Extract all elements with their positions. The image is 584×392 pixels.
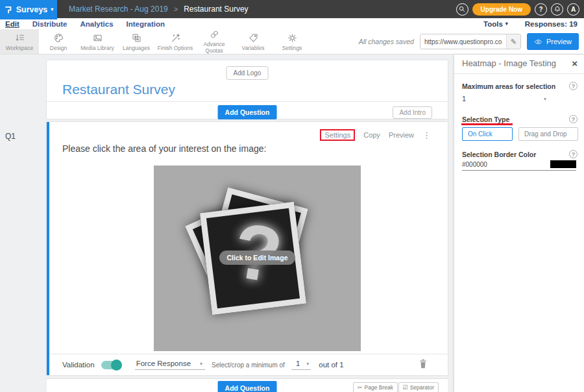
selection-type-field: Selection Type ? [462,115,578,123]
page-break-button[interactable]: ✂ Page Break [353,382,398,392]
save-status: All changes saved [359,38,414,45]
avatar[interactable]: A [567,3,579,16]
nav-edit[interactable]: Edit [5,20,19,28]
question-number: Q1 [5,132,16,141]
add-question-footer: Add Question ✂ Page Break ☑ Separator [47,378,448,392]
question-controls: Settings Copy Preview ⋮ [320,129,431,141]
border-color-label: Selection Border Color [462,151,536,158]
survey-url-input[interactable] [420,34,506,49]
chevron-down-icon: ▾ [505,21,508,27]
gear-icon [287,32,298,43]
question-settings-panel: Heatmap - Image Testing × Maximum areas … [454,55,584,392]
trash-icon [419,359,427,369]
breadcrumb-parent[interactable]: Market Research - Aug 2019 [69,5,168,14]
question-preview-button[interactable]: Preview [389,131,414,139]
delete-question-button[interactable] [419,359,427,371]
palette-icon [53,32,64,43]
border-color-input[interactable]: #000000 [462,160,576,171]
section-nav: Edit Distribute Analytics Integration To… [0,18,584,29]
max-areas-field: Maximum areas for selection ? [462,82,578,90]
validation-mode-select[interactable]: Force Response ▾ [135,360,205,370]
breadcrumb: Market Research - Aug 2019 > Restaurant … [69,0,249,18]
tab-advance-quotas[interactable]: Advance Quotas [195,29,234,54]
nav-right: Tools ▾ Responses: 19 [483,18,578,29]
max-areas-label: Maximum areas for selection [462,82,555,90]
divider [454,73,584,74]
search-icon [458,5,466,13]
help-icon[interactable]: ? [569,150,578,158]
tab-variables[interactable]: Variables [234,29,273,54]
color-swatch[interactable] [550,160,576,168]
survey-header-card: Add Logo Restaurant Survey Add Question … [47,60,448,119]
tab-languages[interactable]: Languages [117,29,156,54]
toolbar-right: All changes saved ✎ Preview [359,29,584,54]
heatmap-image-placeholder[interactable]: ? Click to Edit Image [154,165,361,351]
editor-toolbar: Workspace Design Media Library Languages [0,29,584,55]
product-name: Surveys [16,5,48,14]
separator-button[interactable]: ☑ Separator [398,382,439,392]
breadcrumb-separator: > [174,5,178,13]
product-menu[interactable]: Surveys ▾ [0,0,57,19]
close-icon[interactable]: × [572,58,578,68]
validation-toggle[interactable] [101,361,121,369]
topbar-actions: Upgrade Now ? A [456,0,579,18]
tab-settings[interactable]: Settings [273,29,311,54]
question-copy-button[interactable]: Copy [363,131,380,139]
panel-title: Heatmap - Image Testing [462,58,556,68]
border-color-field: Selection Border Color ? [462,150,578,158]
top-navbar: Surveys ▾ Market Research - Aug 2019 > R… [0,0,584,18]
tab-design[interactable]: Design [39,29,78,54]
survey-title[interactable]: Restaurant Survey [62,82,175,97]
help-icon[interactable]: ? [569,115,578,123]
click-to-edit-image-button[interactable]: Click to Edit Image [219,251,296,265]
translate-icon [131,32,142,43]
chevron-down-icon: ▾ [200,361,202,367]
tag-icon [248,32,259,43]
red-annotation-underline [461,123,513,125]
nav-distribute[interactable]: Distribute [32,20,67,28]
questionpro-logo-icon [4,5,13,14]
minimum-value-select[interactable]: 1 ▾ [291,360,311,370]
search-button[interactable] [456,3,468,16]
question-card: Settings Copy Preview ⋮ Please click the… [47,122,448,375]
chevron-down-icon: ▾ [51,7,53,12]
responses-count[interactable]: Responses: 19 [525,20,578,28]
nav-analytics[interactable]: Analytics [80,20,113,28]
edit-url-button[interactable]: ✎ [506,34,520,49]
scissors-icon: ✂ [358,384,363,391]
pencil-icon: ✎ [511,38,517,46]
upgrade-button[interactable]: Upgrade Now [472,3,531,16]
kebab-menu-icon[interactable]: ⋮ [422,130,431,140]
wand-icon [170,32,181,43]
help-button[interactable]: ? [535,3,547,16]
workspace-icon [14,32,25,43]
tab-workspace[interactable]: Workspace [0,29,39,54]
question-text[interactable]: Please click the area of your interest o… [62,143,266,154]
tools-menu[interactable]: Tools ▾ [483,20,508,28]
survey-url-box: ✎ [420,34,521,49]
help-icon[interactable]: ? [569,82,578,90]
selection-type-label: Selection Type [462,116,509,123]
add-question-button-top[interactable]: Add Question [218,105,277,119]
chevron-down-icon: ▾ [544,96,546,102]
chain-links-icon [209,29,220,40]
drag-and-drop-button[interactable]: Drag and Drop [518,127,578,141]
checkbox-icon: ☑ [403,384,408,391]
preview-button[interactable]: Preview [527,33,579,50]
nav-integration[interactable]: Integration [127,20,165,28]
on-click-button[interactable]: On Click [462,127,513,141]
image-icon [92,32,103,43]
minimum-suffix: out of 1 [319,361,343,369]
max-areas-select[interactable]: 1 ▾ [462,95,546,103]
tab-media-library[interactable]: Media Library [78,29,117,54]
question-settings-button[interactable]: Settings [320,129,355,141]
add-logo-button[interactable]: Add Logo [226,66,269,80]
validation-label: Validation [62,361,95,369]
add-intro-button[interactable]: Add Intro [393,106,432,119]
add-question-button-bottom[interactable]: Add Question [218,381,277,392]
bell-icon [554,5,561,13]
minimum-select-label: Select/crop a minimum of [212,361,285,369]
tab-finish-options[interactable]: Finish Options [156,29,195,54]
notifications-button[interactable] [551,3,563,16]
selection-type-buttons: On Click Drag and Drop [462,127,578,141]
